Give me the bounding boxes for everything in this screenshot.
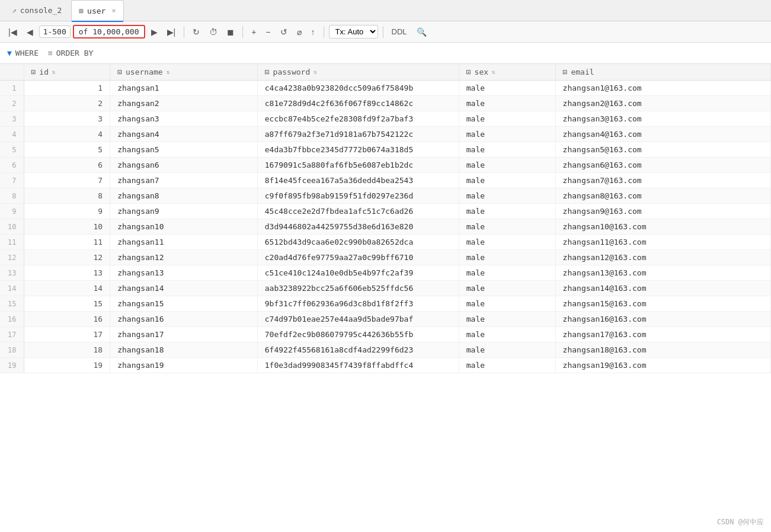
cell-password[interactable]: c74d97b01eae257e44aa9d5bade97baf (257, 312, 459, 327)
cell-password[interactable]: 1679091c5a880faf6fb5e6087eb1b2dc (257, 158, 459, 173)
tab-close-button[interactable]: × (111, 7, 116, 15)
cell-username[interactable]: zhangsan12 (110, 250, 258, 265)
cell-password[interactable]: 9bf31c7ff062936a96d3c8bd1f8f2ff3 (257, 296, 459, 312)
cell-id[interactable]: 8 (24, 188, 110, 204)
cell-sex[interactable]: male (459, 235, 555, 250)
table-row[interactable]: 66zhangsan61679091c5a880faf6fb5e6087eb1b… (0, 158, 771, 173)
cell-id[interactable]: 12 (24, 250, 110, 265)
cell-id[interactable]: 14 (24, 281, 110, 296)
table-row[interactable]: 1919zhangsan191f0e3dad99908345f7439f8ffa… (0, 358, 771, 373)
table-row[interactable]: 1111zhangsan116512bd43d9caa6e02c990b0a82… (0, 235, 771, 250)
cell-id[interactable]: 6 (24, 158, 110, 173)
sort-icon-password[interactable]: ⇅ (313, 69, 317, 75)
add-row-button[interactable]: + (248, 25, 260, 39)
table-row[interactable]: 44zhangsan4a87ff679a2f3e71d9181a67b75421… (0, 127, 771, 142)
cell-username[interactable]: zhangsan16 (110, 312, 258, 327)
table-row[interactable]: 1313zhangsan13c51ce410c124a10e0db5e4b97f… (0, 265, 771, 281)
th-email[interactable]: ⊡ email (555, 64, 770, 81)
cell-username[interactable]: zhangsan17 (110, 327, 258, 342)
cell-email[interactable]: zhangsan7@163.com (555, 173, 770, 188)
cell-id[interactable]: 4 (24, 127, 110, 142)
search-button[interactable]: 🔍 (413, 25, 430, 39)
cell-sex[interactable]: male (459, 81, 555, 96)
cell-sex[interactable]: male (459, 327, 555, 342)
cell-username[interactable]: zhangsan9 (110, 204, 258, 219)
cell-id[interactable]: 10 (24, 219, 110, 235)
filter-button[interactable]: ⌀ (293, 25, 305, 39)
cell-password[interactable]: 6512bd43d9caa6e02c990b0a82652dca (257, 235, 459, 250)
sort-icon-id[interactable]: ⇅ (52, 69, 56, 75)
table-row[interactable]: 1818zhangsan186f4922f45568161a8cdf4ad229… (0, 342, 771, 358)
stop-button[interactable]: ◼ (223, 25, 238, 39)
cell-password[interactable]: 6f4922f45568161a8cdf4ad2299f6d23 (257, 342, 459, 358)
cell-sex[interactable]: male (459, 265, 555, 281)
cell-email[interactable]: zhangsan5@163.com (555, 142, 770, 158)
cell-password[interactable]: c4ca4238a0b923820dcc509a6f75849b (257, 81, 459, 96)
table-row[interactable]: 88zhangsan8c9f0f895fb98ab9159f51fd0297e2… (0, 188, 771, 204)
cell-sex[interactable]: male (459, 219, 555, 235)
cell-id[interactable]: 18 (24, 342, 110, 358)
cell-sex[interactable]: male (459, 188, 555, 204)
cell-email[interactable]: zhangsan1@163.com (555, 81, 770, 96)
cell-id[interactable]: 15 (24, 296, 110, 312)
cell-email[interactable]: zhangsan18@163.com (555, 342, 770, 358)
th-password[interactable]: ⊡ password ⇅ (257, 64, 459, 81)
table-row[interactable]: 1717zhangsan1770efdf2ec9b086079795c44263… (0, 327, 771, 342)
cell-id[interactable]: 11 (24, 235, 110, 250)
revert-button[interactable]: ↺ (277, 25, 291, 39)
cell-username[interactable]: zhangsan13 (110, 265, 258, 281)
table-row[interactable]: 1414zhangsan14aab3238922bcc25a6f606eb525… (0, 281, 771, 296)
cell-password[interactable]: eccbc87e4b5ce2fe28308fd9f2a7baf3 (257, 111, 459, 127)
th-sex[interactable]: ⊡ sex ⇅ (459, 64, 555, 81)
cell-username[interactable]: zhangsan2 (110, 96, 258, 111)
cell-sex[interactable]: male (459, 142, 555, 158)
ddl-button[interactable]: DDL (388, 26, 411, 37)
th-username[interactable]: ⊡ username ⇅ (110, 64, 258, 81)
cell-password[interactable]: d3d9446802a44259755d38e6d163e820 (257, 219, 459, 235)
cell-id[interactable]: 1 (24, 81, 110, 96)
cell-id[interactable]: 9 (24, 204, 110, 219)
cell-username[interactable]: zhangsan5 (110, 142, 258, 158)
refresh-button[interactable]: ↻ (189, 25, 203, 39)
cell-password[interactable]: 45c48cce2e2d7fbdea1afc51c7c6ad26 (257, 204, 459, 219)
cell-email[interactable]: zhangsan17@163.com (555, 327, 770, 342)
cell-email[interactable]: zhangsan6@163.com (555, 158, 770, 173)
cell-email[interactable]: zhangsan3@163.com (555, 111, 770, 127)
cell-sex[interactable]: male (459, 173, 555, 188)
tx-select[interactable]: Tx: Auto (329, 25, 378, 39)
cell-id[interactable]: 19 (24, 358, 110, 373)
cell-password[interactable]: aab3238922bcc25a6f606eb525ffdc56 (257, 281, 459, 296)
cell-password[interactable]: a87ff679a2f3e71d9181a67b7542122c (257, 127, 459, 142)
table-row[interactable]: 33zhangsan3eccbc87e4b5ce2fe28308fd9f2a7b… (0, 111, 771, 127)
table-row[interactable]: 55zhangsan5e4da3b7fbbce2345d7772b0674a31… (0, 142, 771, 158)
tab-user[interactable]: ⊞ user × (71, 0, 123, 21)
cell-username[interactable]: zhangsan10 (110, 219, 258, 235)
sort-icon-sex[interactable]: ⇅ (492, 69, 495, 75)
cell-id[interactable]: 13 (24, 265, 110, 281)
cell-password[interactable]: e4da3b7fbbce2345d7772b0674a318d5 (257, 142, 459, 158)
table-row[interactable]: 1616zhangsan16c74d97b01eae257e44aa9d5bad… (0, 312, 771, 327)
cell-id[interactable]: 2 (24, 96, 110, 111)
next-page-button[interactable]: ▶ (148, 25, 161, 39)
first-page-button[interactable]: |◀ (5, 25, 21, 39)
table-row[interactable]: 1010zhangsan10d3d9446802a44259755d38e6d1… (0, 219, 771, 235)
cell-password[interactable]: c81e728d9d4c2f636f067f89cc14862c (257, 96, 459, 111)
table-row[interactable]: 99zhangsan945c48cce2e2d7fbdea1afc51c7c6a… (0, 204, 771, 219)
cell-username[interactable]: zhangsan6 (110, 158, 258, 173)
cell-username[interactable]: zhangsan1 (110, 81, 258, 96)
cell-email[interactable]: zhangsan8@163.com (555, 188, 770, 204)
cell-username[interactable]: zhangsan11 (110, 235, 258, 250)
cell-username[interactable]: zhangsan15 (110, 296, 258, 312)
submit-button[interactable]: ↑ (308, 25, 319, 39)
cell-sex[interactable]: male (459, 111, 555, 127)
cell-id[interactable]: 16 (24, 312, 110, 327)
cell-sex[interactable]: male (459, 281, 555, 296)
cell-password[interactable]: c9f0f895fb98ab9159f51fd0297e236d (257, 188, 459, 204)
cell-password[interactable]: 8f14e45fceea167a5a36dedd4bea2543 (257, 173, 459, 188)
cell-sex[interactable]: male (459, 250, 555, 265)
delete-row-button[interactable]: − (262, 25, 274, 39)
cell-email[interactable]: zhangsan15@163.com (555, 296, 770, 312)
sort-icon-username[interactable]: ⇅ (167, 69, 170, 75)
cell-email[interactable]: zhangsan19@163.com (555, 358, 770, 373)
cell-email[interactable]: zhangsan2@163.com (555, 96, 770, 111)
